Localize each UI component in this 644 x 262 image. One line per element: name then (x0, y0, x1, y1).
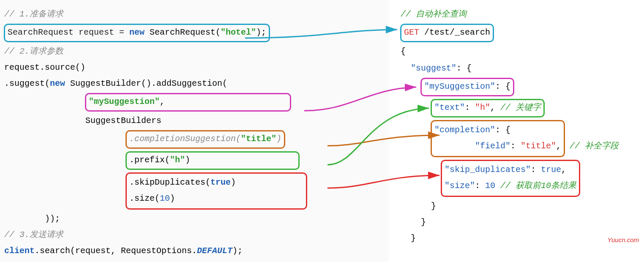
java-prefix-box: .prefix("h") (126, 151, 300, 170)
java-request-source: request.source() (4, 63, 85, 72)
json-query-pane: // 自动补全查询 GET /test/_search { "suggest":… (389, 0, 644, 262)
json-get-box: GET /test/_search (400, 24, 494, 42)
watermark: Yuucn.com (608, 235, 639, 245)
java-suggestion-name-box: "mySuggestion", (85, 93, 291, 112)
json-text-box: "text": "h", // 关键字 (431, 99, 545, 117)
java-completion-suggestion-box: .completionSuggestion("title") (126, 130, 285, 149)
comment-send-request: // 3.发送请求 (4, 230, 63, 240)
comment-request-params: // 2.请求参数 (4, 46, 63, 56)
java-code-pane: // 1.准备请求 SearchRequest request = new Se… (0, 0, 389, 262)
comment-auto-complete: // 自动补全查询 (401, 9, 467, 19)
json-suggestion-name-box: "mySuggestion": { (420, 78, 514, 96)
comment-prepare-request: // 1.准备请求 (4, 9, 63, 19)
java-search-request-box: SearchRequest request = new SearchReques… (4, 24, 270, 42)
java-skip-size-box: .skipDuplicates(true).size(10) (126, 172, 307, 210)
json-completion-box: "completion": { "field": "title", (431, 120, 565, 157)
json-skip-size-box: "skip_duplicates": true,"size": 10 // 获取… (441, 160, 580, 197)
